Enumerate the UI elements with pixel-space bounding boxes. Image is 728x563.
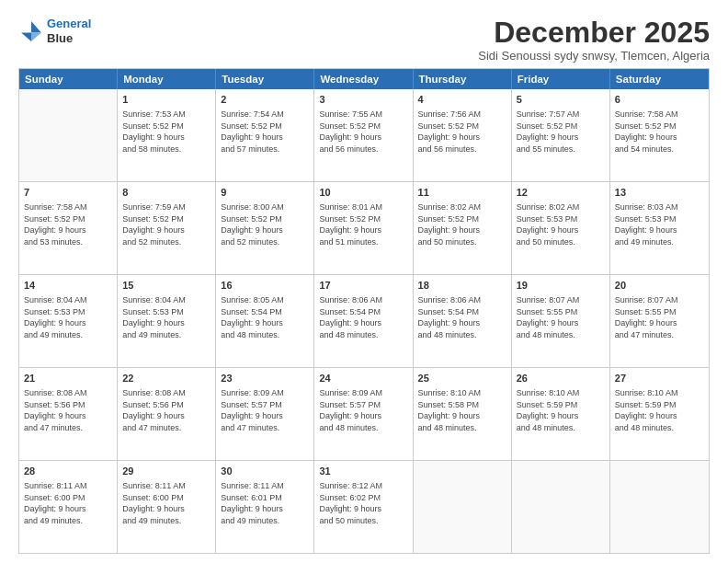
day-number: 17: [319, 279, 407, 293]
day-info: Sunrise: 8:11 AMSunset: 6:00 PMDaylight:…: [24, 480, 112, 526]
day-info: Sunrise: 8:00 AMSunset: 5:52 PMDaylight:…: [221, 201, 309, 247]
cal-cell: 4Sunrise: 7:56 AMSunset: 5:52 PMDaylight…: [414, 89, 512, 181]
cal-cell: 21Sunrise: 8:08 AMSunset: 5:56 PMDayligh…: [19, 368, 118, 460]
day-info: Sunrise: 8:06 AMSunset: 5:54 PMDaylight:…: [319, 294, 407, 340]
day-info: Sunrise: 7:58 AMSunset: 5:52 PMDaylight:…: [615, 109, 704, 155]
cal-cell: 31Sunrise: 8:12 AMSunset: 6:02 PMDayligh…: [314, 461, 413, 553]
day-info: Sunrise: 7:55 AMSunset: 5:52 PMDaylight:…: [319, 109, 407, 155]
day-info: Sunrise: 7:57 AMSunset: 5:52 PMDaylight:…: [517, 109, 605, 155]
day-number: 19: [517, 279, 605, 293]
day-info: Sunrise: 8:12 AMSunset: 6:02 PMDaylight:…: [319, 480, 407, 526]
header-cell-saturday: Saturday: [610, 69, 709, 89]
cal-cell: 23Sunrise: 8:09 AMSunset: 5:57 PMDayligh…: [216, 368, 314, 460]
day-number: 28: [24, 465, 112, 478]
day-number: 20: [615, 279, 704, 293]
day-number: 16: [221, 279, 309, 293]
day-info: Sunrise: 8:01 AMSunset: 5:52 PMDaylight:…: [319, 201, 407, 247]
day-number: 3: [319, 93, 407, 107]
day-number: 7: [24, 186, 112, 200]
cal-cell: 30Sunrise: 8:11 AMSunset: 6:01 PMDayligh…: [216, 461, 314, 553]
header-cell-friday: Friday: [512, 69, 610, 89]
day-number: 26: [517, 372, 605, 385]
calendar-header: SundayMondayTuesdayWednesdayThursdayFrid…: [19, 69, 709, 89]
logo: General Blue: [18, 17, 91, 45]
day-info: Sunrise: 8:08 AMSunset: 5:56 PMDaylight:…: [122, 387, 210, 433]
week-row-4: 21Sunrise: 8:08 AMSunset: 5:56 PMDayligh…: [19, 368, 709, 461]
header-cell-thursday: Thursday: [414, 69, 512, 89]
day-number: 18: [418, 279, 506, 293]
day-info: Sunrise: 8:08 AMSunset: 5:56 PMDaylight:…: [24, 387, 112, 433]
header-cell-wednesday: Wednesday: [314, 69, 413, 89]
cal-cell: 9Sunrise: 8:00 AMSunset: 5:52 PMDaylight…: [216, 182, 314, 274]
cal-cell: 10Sunrise: 8:01 AMSunset: 5:52 PMDayligh…: [314, 182, 413, 274]
month-title: December 2025: [478, 17, 710, 49]
header-cell-monday: Monday: [118, 69, 216, 89]
week-row-3: 14Sunrise: 8:04 AMSunset: 5:53 PMDayligh…: [19, 275, 709, 368]
day-number: 22: [122, 372, 210, 385]
header: General Blue December 2025 Sidi Senoussi…: [18, 17, 710, 63]
day-info: Sunrise: 8:04 AMSunset: 5:53 PMDaylight:…: [24, 294, 112, 340]
day-info: Sunrise: 7:59 AMSunset: 5:52 PMDaylight:…: [122, 201, 210, 247]
cal-cell: 28Sunrise: 8:11 AMSunset: 6:00 PMDayligh…: [19, 461, 118, 553]
day-info: Sunrise: 8:07 AMSunset: 5:55 PMDaylight:…: [615, 294, 704, 340]
cal-cell: 26Sunrise: 8:10 AMSunset: 5:59 PMDayligh…: [512, 368, 610, 460]
day-info: Sunrise: 8:02 AMSunset: 5:52 PMDaylight:…: [418, 201, 506, 247]
cal-cell: 24Sunrise: 8:09 AMSunset: 5:57 PMDayligh…: [314, 368, 413, 460]
day-info: Sunrise: 7:56 AMSunset: 5:52 PMDaylight:…: [418, 109, 506, 155]
day-number: 8: [122, 186, 210, 200]
day-number: 25: [418, 372, 506, 385]
day-info: Sunrise: 8:09 AMSunset: 5:57 PMDaylight:…: [319, 387, 407, 433]
day-number: 4: [418, 93, 506, 107]
day-number: 10: [319, 186, 407, 200]
cal-cell: 29Sunrise: 8:11 AMSunset: 6:00 PMDayligh…: [118, 461, 216, 553]
day-info: Sunrise: 8:10 AMSunset: 5:59 PMDaylight:…: [517, 387, 605, 433]
day-number: 23: [221, 372, 309, 385]
cal-cell: 15Sunrise: 8:04 AMSunset: 5:53 PMDayligh…: [118, 275, 216, 367]
cal-cell: 22Sunrise: 8:08 AMSunset: 5:56 PMDayligh…: [118, 368, 216, 460]
day-number: 24: [319, 372, 407, 385]
day-number: 31: [319, 465, 407, 478]
day-info: Sunrise: 8:11 AMSunset: 6:00 PMDaylight:…: [122, 480, 210, 526]
day-info: Sunrise: 8:11 AMSunset: 6:01 PMDaylight:…: [221, 480, 309, 526]
day-info: Sunrise: 8:05 AMSunset: 5:54 PMDaylight:…: [221, 294, 309, 340]
day-number: 1: [122, 93, 210, 107]
cal-cell: 3Sunrise: 7:55 AMSunset: 5:52 PMDaylight…: [314, 89, 413, 181]
cal-cell: 20Sunrise: 8:07 AMSunset: 5:55 PMDayligh…: [610, 275, 709, 367]
day-number: 9: [221, 186, 309, 200]
cal-cell: 14Sunrise: 8:04 AMSunset: 5:53 PMDayligh…: [19, 275, 118, 367]
title-block: December 2025 Sidi Senoussi sydy snwsy, …: [478, 17, 710, 63]
day-number: 2: [221, 93, 309, 107]
day-number: 27: [615, 372, 704, 385]
day-number: 13: [615, 186, 704, 200]
day-info: Sunrise: 8:02 AMSunset: 5:53 PMDaylight:…: [517, 201, 605, 247]
week-row-1: 1Sunrise: 7:53 AMSunset: 5:52 PMDaylight…: [19, 89, 709, 182]
day-info: Sunrise: 8:07 AMSunset: 5:55 PMDaylight:…: [517, 294, 605, 340]
day-info: Sunrise: 8:10 AMSunset: 5:58 PMDaylight:…: [418, 387, 506, 433]
week-row-5: 28Sunrise: 8:11 AMSunset: 6:00 PMDayligh…: [19, 461, 709, 553]
cal-cell: 17Sunrise: 8:06 AMSunset: 5:54 PMDayligh…: [314, 275, 413, 367]
day-number: 21: [24, 372, 112, 385]
cal-cell: 12Sunrise: 8:02 AMSunset: 5:53 PMDayligh…: [512, 182, 610, 274]
cal-cell: 11Sunrise: 8:02 AMSunset: 5:52 PMDayligh…: [414, 182, 512, 274]
cal-cell: 6Sunrise: 7:58 AMSunset: 5:52 PMDaylight…: [610, 89, 709, 181]
header-cell-sunday: Sunday: [19, 69, 118, 89]
header-cell-tuesday: Tuesday: [216, 69, 314, 89]
day-info: Sunrise: 8:04 AMSunset: 5:53 PMDaylight:…: [122, 294, 210, 340]
subtitle: Sidi Senoussi sydy snwsy, Tlemcen, Alger…: [478, 49, 710, 63]
day-info: Sunrise: 8:06 AMSunset: 5:54 PMDaylight:…: [418, 294, 506, 340]
day-number: 29: [122, 465, 210, 478]
day-info: Sunrise: 7:54 AMSunset: 5:52 PMDaylight:…: [221, 109, 309, 155]
day-number: 11: [418, 186, 506, 200]
cal-cell: 16Sunrise: 8:05 AMSunset: 5:54 PMDayligh…: [216, 275, 314, 367]
cal-cell: 2Sunrise: 7:54 AMSunset: 5:52 PMDaylight…: [216, 89, 314, 181]
cal-cell: [610, 461, 709, 553]
cal-cell: 7Sunrise: 7:58 AMSunset: 5:52 PMDaylight…: [19, 182, 118, 274]
cal-cell: 5Sunrise: 7:57 AMSunset: 5:52 PMDaylight…: [512, 89, 610, 181]
cal-cell: 25Sunrise: 8:10 AMSunset: 5:58 PMDayligh…: [414, 368, 512, 460]
day-info: Sunrise: 8:10 AMSunset: 5:59 PMDaylight:…: [615, 387, 704, 433]
day-info: Sunrise: 8:09 AMSunset: 5:57 PMDaylight:…: [221, 387, 309, 433]
day-info: Sunrise: 7:58 AMSunset: 5:52 PMDaylight:…: [24, 201, 112, 247]
day-number: 12: [517, 186, 605, 200]
day-number: 14: [24, 279, 112, 293]
cal-cell: 8Sunrise: 7:59 AMSunset: 5:52 PMDaylight…: [118, 182, 216, 274]
